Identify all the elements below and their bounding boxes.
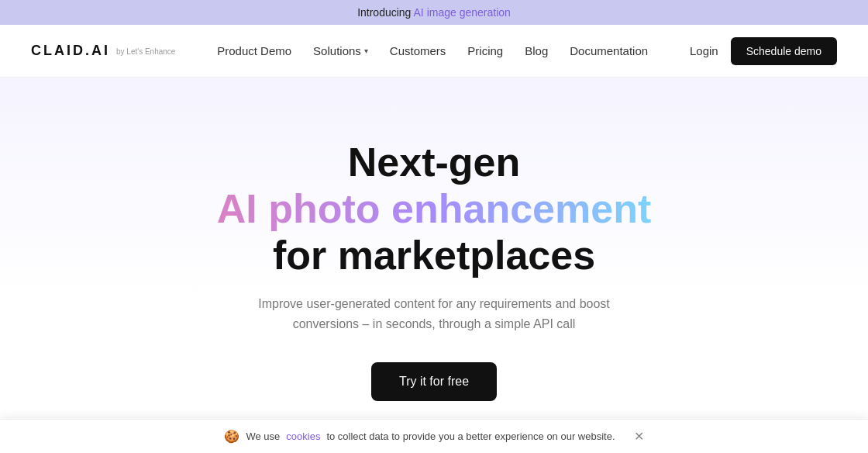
hero-section: Next-gen AI photo enhancement for market… (0, 78, 868, 448)
try-free-button[interactable]: Try it for free (371, 362, 497, 401)
nav-right: Login Schedule demo (690, 37, 837, 65)
navbar: CLAID.AI by Let's Enhance Product Demo S… (0, 25, 868, 78)
logo-sub: by Let's Enhance (116, 47, 175, 56)
hero-line2: AI photo enhancement (217, 186, 651, 231)
announcement-bar: Introducing AI image generation (0, 0, 868, 25)
announcement-link[interactable]: AI image generation (414, 6, 511, 19)
solutions-dropdown-arrow: ▾ (364, 47, 368, 55)
cookie-close-button[interactable]: ✕ (634, 429, 644, 444)
logo-text: CLAID.AI (31, 43, 110, 59)
logo[interactable]: CLAID.AI by Let's Enhance (31, 43, 175, 59)
hero-subtitle: Improve user-generated content for any r… (256, 294, 612, 334)
announcement-prefix: Introducing (357, 6, 413, 19)
cookie-suffix: to collect data to provide you a better … (326, 431, 615, 442)
cookie-prefix: We use (246, 431, 280, 442)
cookie-link[interactable]: cookies (286, 431, 320, 442)
cookie-banner: 🍪 We use cookies to collect data to prov… (0, 419, 868, 453)
nav-item-pricing[interactable]: Pricing (467, 44, 503, 58)
hero-line3: for marketplaces (273, 233, 595, 278)
nav-item-blog[interactable]: Blog (525, 44, 548, 58)
cookie-icon: 🍪 (224, 429, 239, 444)
hero-heading: Next-gen AI photo enhancement for market… (16, 140, 852, 278)
hero-line1: Next-gen (348, 140, 520, 185)
login-link[interactable]: Login (690, 44, 718, 57)
nav-item-documentation[interactable]: Documentation (570, 44, 648, 58)
nav-item-solutions[interactable]: Solutions ▾ (313, 44, 368, 57)
nav-item-customers[interactable]: Customers (390, 44, 446, 58)
schedule-demo-button[interactable]: Schedule demo (731, 37, 837, 65)
nav-item-product-demo[interactable]: Product Demo (217, 44, 291, 58)
nav-links: Product Demo Solutions ▾ Customers Prici… (217, 44, 648, 58)
